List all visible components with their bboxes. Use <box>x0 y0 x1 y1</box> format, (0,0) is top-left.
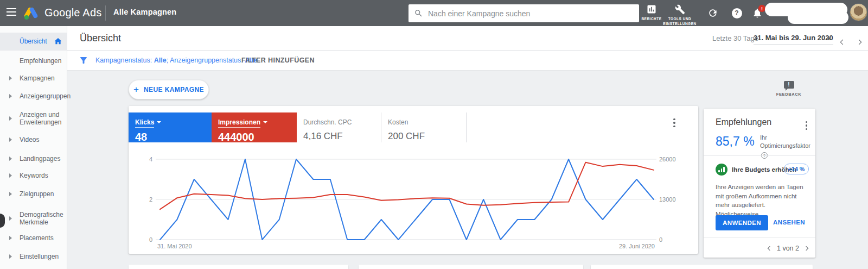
plus-icon: + <box>133 84 139 95</box>
date-next-button[interactable] <box>856 35 862 47</box>
content-area: + NEUE KAMPAGNE ! FEEDBACK Klicks 48 Imp… <box>67 71 868 269</box>
divider <box>704 155 815 156</box>
metric-card-klicks[interactable]: Klicks 48 <box>129 112 212 142</box>
preview-card <box>359 265 583 269</box>
new-campaign-button[interactable]: + NEUE KAMPAGNE <box>129 80 209 99</box>
recommendations-more-options-button[interactable] <box>804 118 809 133</box>
expand-arrow-icon <box>9 216 12 221</box>
chart-more-options-button[interactable] <box>672 116 677 130</box>
chevron-down-icon[interactable] <box>827 37 831 40</box>
y-axis-tick-left: 4 <box>133 156 152 162</box>
expand-arrow-icon <box>9 236 12 240</box>
uplift-badge: +14 % <box>784 164 809 174</box>
sidebar-item-uebersicht[interactable]: Übersicht <box>0 33 67 50</box>
menu-icon[interactable] <box>7 8 17 18</box>
product-name: Google Ads <box>44 7 101 19</box>
add-filter-button[interactable]: FILTER HINZUFÜGEN <box>241 57 315 64</box>
expand-arrow-icon <box>9 157 12 161</box>
optimization-score: 85,7 % <box>716 134 755 149</box>
chevron-down-icon <box>263 121 267 123</box>
sidebar-item-anzeigengruppen[interactable]: Anzeigengruppen <box>0 92 67 100</box>
recommendations-pagination: 1 von 2 <box>704 237 815 258</box>
topbar: Google Ads Alle Kampagnen BERICHTE TOOLS… <box>0 0 868 26</box>
help-icon[interactable]: ? <box>731 7 743 19</box>
sidebar: Übersicht Empfehlungen Kampagnen Anzeige… <box>0 26 67 269</box>
sidebar-item-keywords[interactable]: Keywords <box>0 172 67 179</box>
page-next-icon[interactable] <box>804 246 808 251</box>
filter-funnel-icon <box>79 55 88 65</box>
feedback-button[interactable]: ! FEEDBACK <box>773 81 805 97</box>
page-prev-icon[interactable] <box>768 246 772 251</box>
feedback-bubble-icon: ! <box>784 81 794 89</box>
tools-settings-button[interactable]: TOOLS UNDEINSTELLUNGEN <box>662 3 697 27</box>
date-range-selector[interactable]: 31. Mai bis 29. Jun 2020 <box>754 34 833 45</box>
y-axis-tick-right: 26000 <box>659 156 676 162</box>
notifications-bell-icon[interactable]: ! <box>751 7 763 19</box>
metric-value: 200 CHF <box>388 131 459 142</box>
page-indicator: 1 von 2 <box>777 245 799 252</box>
sidebar-item-kampagnen[interactable]: Kampagnen <box>0 74 67 82</box>
sidebar-item-videos[interactable]: Videos <box>0 136 67 143</box>
y-axis-tick-right: 0 <box>659 236 662 243</box>
apply-button[interactable]: ANWENDEN <box>716 215 768 230</box>
page-title: Übersicht <box>80 33 121 44</box>
metric-value: 444000 <box>218 131 290 143</box>
expand-arrow-icon <box>9 254 12 259</box>
expand-arrow-icon <box>9 116 12 121</box>
metric-card-cpc[interactable]: Durchschn. CPC 4,16 CHF <box>297 112 381 142</box>
expand-arrow-icon <box>9 94 12 98</box>
expand-arrow-icon <box>9 173 12 178</box>
reports-chart-icon <box>646 4 657 15</box>
view-button[interactable]: ANSEHEN <box>773 219 805 226</box>
metric-card-impressionen[interactable]: Impressionen 444000 <box>212 112 297 142</box>
recommendations-card: Empfehlungen 85,7 % Ihr Optimierungsfakt… <box>704 109 815 258</box>
sidebar-item-zielgruppen[interactable]: Zielgruppen <box>0 190 67 198</box>
y-axis-tick-left: 0 <box>133 236 152 243</box>
preview-card <box>129 265 348 269</box>
optimization-score-caption: Ihr Optimierungsfaktor? <box>760 134 815 159</box>
topbar-divider <box>105 5 106 21</box>
metric-card-kosten[interactable]: Kosten 200 CHF <box>381 112 467 142</box>
overview-chart-card: Klicks 48 Impressionen 444000 Durchschn.… <box>129 106 698 254</box>
sidebar-divider <box>0 51 67 51</box>
home-icon <box>54 37 62 46</box>
metric-value: 48 <box>135 131 205 143</box>
avatar[interactable] <box>850 3 867 21</box>
wrench-icon <box>675 4 685 15</box>
sidebar-item-label: Übersicht <box>20 37 47 45</box>
date-preset-label: Letzte 30 Tage <box>712 34 758 42</box>
campaign-search[interactable] <box>409 4 639 22</box>
page-header: Übersicht Letzte 30 Tage 31. Mai bis 29.… <box>67 26 868 51</box>
chevron-down-icon <box>157 121 161 123</box>
preview-card <box>591 265 813 269</box>
active-filters[interactable]: Kampagnenstatus: Alle; Anzeigengruppenst… <box>95 57 257 64</box>
date-prev-button[interactable] <box>840 35 846 47</box>
google-ads-overview-page: Google Ads Alle Kampagnen BERICHTE TOOLS… <box>0 0 868 269</box>
metric-value: 4,16 CHF <box>303 131 374 142</box>
y-axis-tick-left: 2 <box>133 196 152 203</box>
expand-arrow-icon <box>9 137 12 142</box>
sidebar-item-placements[interactable]: Placements <box>0 234 67 242</box>
sidebar-item-einstellungen[interactable]: Einstellungen <box>0 253 67 260</box>
expand-arrow-icon <box>9 76 12 80</box>
search-icon <box>414 9 423 18</box>
expand-arrow-icon <box>9 192 12 196</box>
budget-chart-icon <box>716 164 727 176</box>
y-axis-tick-right: 13000 <box>659 196 676 203</box>
x-axis-label-start: 31. Mai 2020 <box>157 243 192 249</box>
search-input[interactable] <box>428 9 634 18</box>
sidebar-item-empfehlungen[interactable]: Empfehlungen <box>0 57 67 65</box>
sidebar-item-landingpages[interactable]: Landingpages <box>0 155 67 162</box>
recommendations-title: Empfehlungen <box>716 117 771 127</box>
redacted-account-info <box>788 11 848 24</box>
x-axis-label-end: 29. Juni 2020 <box>590 243 655 249</box>
sidebar-item-anzeigen-erweiterungen[interactable]: Anzeigen und Erweiterungen <box>0 111 67 126</box>
filter-bar: Kampagnenstatus: Alle; Anzeigengruppenst… <box>67 51 868 71</box>
context-title: Alle Kampagnen <box>113 8 176 16</box>
recommendation-item-body: Ihre Anzeigen werden an Tagen mit großem… <box>716 183 809 219</box>
google-ads-logo-icon <box>24 7 38 20</box>
sidebar-item-demografische-merkmale[interactable]: Demografische Merkmale <box>0 211 67 226</box>
refresh-icon[interactable] <box>707 7 719 19</box>
performance-line-chart[interactable] <box>156 158 656 241</box>
